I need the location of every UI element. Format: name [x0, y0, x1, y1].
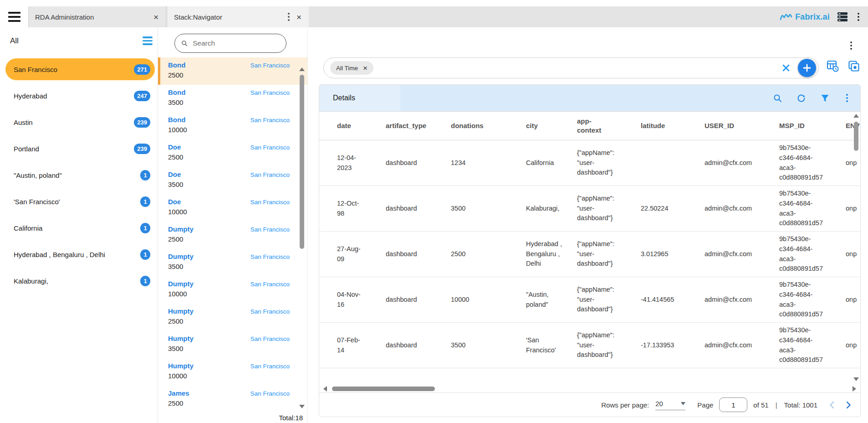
clear-x-icon[interactable]: [781, 63, 791, 72]
filter-bar[interactable]: All Time ×: [323, 57, 819, 78]
plus-icon: [802, 63, 812, 72]
list-item[interactable]: Bond 3500 San Francisco: [158, 85, 307, 112]
blue-menu-lines-icon[interactable]: [143, 36, 153, 45]
cell-msp-id: 9b75430e-c346-4684-aca3-c0d880891d57: [779, 189, 846, 228]
sidebar-item[interactable]: "Austin, poland" 1: [5, 164, 155, 186]
table-vertical-scrollbar[interactable]: [853, 114, 859, 381]
kebab-menu-icon[interactable]: [848, 40, 854, 51]
list-item-city-link[interactable]: San Francisco: [250, 171, 290, 178]
previous-page-button[interactable]: [829, 401, 834, 409]
cell-city: 'San Francisco': [526, 335, 577, 356]
list-scrollbar[interactable]: [299, 67, 305, 408]
kebab-menu-icon[interactable]: [844, 93, 850, 103]
cell-latitude: 22.50224: [641, 203, 705, 213]
list-item[interactable]: Humpty 3500 San Francisco: [158, 331, 307, 358]
scroll-down-icon[interactable]: [299, 405, 305, 408]
column-header[interactable]: date: [319, 121, 386, 130]
close-icon[interactable]: ×: [296, 13, 302, 21]
table-row[interactable]: 12-Oct-98 dashboard 3500 Kalaburagi, {"a…: [319, 186, 860, 232]
add-filter-button[interactable]: [798, 59, 816, 77]
table-row[interactable]: 04-Nov-16 dashboard 10000 "Austin, polan…: [319, 277, 860, 323]
rows-per-page-select[interactable]: 20: [655, 400, 685, 410]
menu-icon[interactable]: [8, 12, 20, 22]
list-item-city-link[interactable]: San Francisco: [250, 281, 290, 288]
scroll-down-icon[interactable]: [853, 377, 859, 381]
list-item[interactable]: Bond 2500 San Francisco: [158, 57, 307, 85]
kebab-menu-icon[interactable]: [286, 11, 292, 22]
tab-rda-administration[interactable]: RDA Administration ×: [28, 6, 166, 27]
cell-city: "Austin, poland": [526, 290, 577, 310]
sidebar-item[interactable]: 'San Francisco' 1: [5, 191, 155, 212]
column-header[interactable]: artifact_type: [386, 121, 451, 130]
table-row[interactable]: 07-Feb-14 dashboard 3500 'San Francisco'…: [319, 323, 860, 368]
server-stack-icon[interactable]: [837, 12, 848, 22]
kebab-menu-icon[interactable]: [855, 11, 862, 22]
copy-icon[interactable]: [848, 60, 860, 72]
column-header[interactable]: USER_ID: [705, 121, 779, 130]
search-input[interactable]: [192, 39, 280, 48]
cell-app-context: {"appName": "user-dashboard"}: [577, 330, 641, 360]
list-item-city-link[interactable]: San Francisco: [250, 117, 290, 124]
close-icon[interactable]: ×: [363, 64, 368, 72]
list-item-city-link[interactable]: San Francisco: [250, 335, 290, 342]
list-item[interactable]: Dumpty 3500 San Francisco: [158, 249, 307, 276]
table-row[interactable]: 27-Aug-09 dashboard 2500 Hyderabad , Ben…: [319, 232, 860, 277]
column-header[interactable]: MSP_ID: [779, 121, 846, 130]
table-row[interactable]: 07-Feb-: [319, 368, 860, 387]
refresh-icon[interactable]: [797, 93, 806, 103]
list-item[interactable]: Doe 3500 San Francisco: [158, 167, 307, 194]
page-number-input[interactable]: [719, 397, 747, 412]
sidebar-item[interactable]: Austin 239: [5, 111, 155, 133]
list-item[interactable]: Humpty 2500 San Francisco: [158, 304, 307, 331]
sidebar-item[interactable]: Kalaburagi, 1: [5, 270, 155, 292]
sidebar-item[interactable]: Hyderabad 247: [5, 85, 155, 107]
cell-artifact-type: dashboard: [386, 249, 451, 259]
column-header[interactable]: city: [526, 121, 577, 130]
list-item-city-link[interactable]: San Francisco: [250, 390, 290, 397]
sidebar-item[interactable]: California 1: [5, 217, 155, 239]
sidebar-item[interactable]: San Francisco 271: [5, 58, 155, 80]
column-header[interactable]: donations: [451, 121, 526, 130]
chevron-left-icon: [829, 401, 834, 409]
table-horizontal-scrollbar[interactable]: [319, 385, 860, 393]
scroll-up-icon[interactable]: [299, 67, 305, 71]
list-item-city-link[interactable]: San Francisco: [250, 199, 290, 206]
search-icon[interactable]: [773, 94, 782, 103]
scrollbar-thumb[interactable]: [854, 122, 858, 151]
list-item-city-link[interactable]: San Francisco: [250, 226, 290, 233]
scroll-left-icon[interactable]: [323, 386, 327, 392]
list-item-city-link[interactable]: San Francisco: [250, 89, 290, 96]
cell-date: 07-Feb-14: [319, 335, 386, 356]
list-item-city-link[interactable]: San Francisco: [250, 62, 290, 69]
close-icon[interactable]: ×: [153, 13, 159, 21]
sidebar-item[interactable]: Hyderabad , Bengaluru , Delhi 1: [5, 243, 155, 265]
table-row[interactable]: 12-04-2023 dashboard 1234 California {"a…: [319, 140, 860, 186]
sidebar-item-label: 'San Francisco': [14, 198, 140, 206]
column-header[interactable]: app-context: [577, 117, 641, 135]
details-tab[interactable]: Details: [319, 85, 400, 111]
list-item-city-link[interactable]: San Francisco: [250, 308, 290, 315]
list-item[interactable]: James 2500 San Francisco: [158, 386, 307, 411]
scroll-right-icon[interactable]: [853, 386, 856, 392]
sidebar-item-label: Austin: [14, 119, 134, 126]
list-item[interactable]: Doe 10000 San Francisco: [158, 194, 307, 222]
list-item-city-link[interactable]: San Francisco: [250, 363, 290, 370]
list-item[interactable]: Dumpty 2500 San Francisco: [158, 222, 307, 249]
list-item[interactable]: Dumpty 10000 San Francisco: [158, 276, 307, 304]
tab-stack-navigator[interactable]: Stack:Navigator ×: [168, 6, 309, 27]
list-item[interactable]: Bond 10000 San Francisco: [158, 112, 307, 139]
scroll-up-icon[interactable]: [853, 114, 859, 118]
scrollbar-thumb[interactable]: [300, 75, 304, 249]
scrollbar-thumb[interactable]: [332, 387, 435, 391]
table-schedule-icon[interactable]: [827, 60, 839, 72]
list-item-city-link[interactable]: San Francisco: [250, 144, 290, 151]
list-item[interactable]: Humpty 10000 San Francisco: [158, 358, 307, 386]
column-header[interactable]: latitude: [641, 121, 705, 130]
sidebar-item[interactable]: Portland 239: [5, 138, 155, 160]
next-page-button[interactable]: [846, 401, 851, 409]
filter-funnel-icon[interactable]: [821, 94, 829, 103]
list-item[interactable]: Doe 2500 San Francisco: [158, 139, 307, 167]
filter-chip-all-time[interactable]: All Time ×: [330, 61, 373, 75]
list-item-city-link[interactable]: San Francisco: [250, 253, 290, 260]
search-box[interactable]: [174, 34, 286, 53]
